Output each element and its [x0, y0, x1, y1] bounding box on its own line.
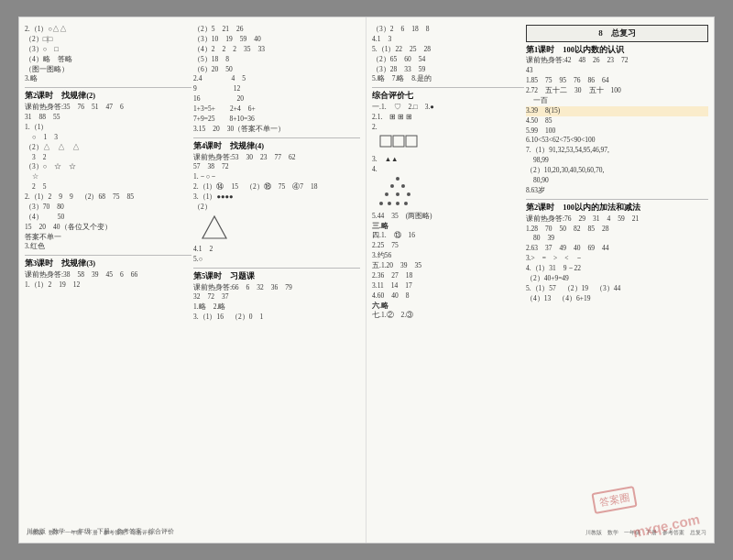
line: 课前热身答:38 58 39 45 6 66 [25, 270, 191, 280]
dot-triangle [379, 176, 524, 211]
section-title: 综合评价七 [372, 91, 524, 102]
line: 1.（1）2 19 12 [25, 280, 191, 291]
line: 课前热身答:53 30 23 77 62 [193, 153, 360, 163]
line: 一.1. ♡ 2.□ 3.● [372, 103, 524, 113]
line: 2.63 37 49 40 69 44 [526, 244, 708, 254]
divider [25, 255, 191, 256]
line: 1+3=5+ 2+4 6+ [193, 104, 360, 115]
line: （4） 50 [25, 213, 191, 223]
divider [526, 199, 708, 200]
left-col2: （2）5 21 26 （3）10 19 59 40 （4）2 2 2 35 33… [193, 25, 360, 537]
divider [372, 87, 524, 88]
line: （4）略 答略 [25, 55, 191, 65]
section-title: 第5课时 习题课 [193, 271, 360, 282]
line: 3.略 [25, 74, 191, 84]
line: （3）10 19 59 40 [193, 35, 360, 45]
line: ☆ [25, 172, 191, 182]
line: 4.1 3 [372, 35, 524, 45]
line: 7+9=25 8+10=36 [193, 115, 360, 125]
svg-point-4 [396, 177, 399, 181]
line: 一百 [526, 96, 708, 106]
line: 4.60 40 8 [372, 291, 524, 302]
line: （4）13 （4）6+19 [526, 294, 708, 304]
line: （2）□|□ [25, 35, 191, 45]
section-title: 第2课时 100以内的加法和减法 [526, 203, 708, 214]
svg-point-9 [407, 192, 410, 196]
svg-point-11 [388, 202, 391, 205]
line: （3）2 6 18 8 [372, 25, 524, 35]
line: 3.39 8(15) [526, 106, 708, 116]
line: 5.99 100 [526, 126, 708, 137]
svg-marker-0 [202, 216, 226, 238]
line: 1.28 70 50 82 85 28 [526, 225, 708, 235]
right-col2: 8 总复习 第1课时 100以内数的认识 课前热身答:42 48 26 23 7… [526, 25, 708, 537]
line: 7.（1）91,32,53,54,95,46,97, [526, 146, 708, 156]
line: 2.1. ⊞ ⊞ ⊞ [372, 113, 524, 123]
line: 4.1 2 [193, 245, 360, 255]
line: 3.（1）16 （2）0 1 [193, 313, 360, 323]
section-title: 第2课时 找规律(2) [25, 91, 191, 102]
line: 5.（1）22 25 28 [372, 45, 524, 55]
line: 4.50 85 [526, 116, 708, 126]
line: 15 20 40（各位又个变） [25, 223, 191, 233]
line: 3.15 20 30（答案不单一） [193, 125, 360, 135]
total-review-header: 8 总复习 [526, 25, 708, 42]
right-col1: （3）2 6 18 8 4.1 3 5.（1）22 25 28 （2）65 60… [372, 25, 524, 537]
line: 5.○ [193, 255, 360, 265]
line: 3.约56 [372, 251, 524, 261]
line: 4.（1）31 9－22 [526, 264, 708, 274]
line: 1.略 2.略 [193, 302, 360, 313]
grid-figure [379, 135, 524, 153]
line: 3.红色 [25, 242, 191, 252]
right-page: （3）2 6 18 8 4.1 3 5.（1）22 25 28 （2）65 60… [366, 17, 714, 544]
line: 2.（1）2 9 9 （2）68 75 85 [25, 192, 191, 203]
line: 四.1. ⑬ 16 [372, 231, 524, 241]
line: 3 2 [25, 153, 191, 163]
line: 2.36 27 18 [372, 271, 524, 281]
line: 9 12 [193, 84, 360, 94]
line: （6）20 50 [193, 65, 360, 75]
line: 2.72 五十二 30 五十 100 [526, 86, 708, 96]
line: （3）○ ☆ ☆ [25, 162, 191, 172]
divider [25, 87, 191, 88]
line: 5.略 7.略 8.是的 [372, 74, 524, 84]
line: 1.（1） [25, 123, 191, 133]
svg-rect-3 [406, 136, 417, 147]
line: （2）10,20,30,40,50,60,70, [526, 166, 708, 176]
svg-point-13 [404, 202, 408, 205]
line: （2）40+9=49 [526, 274, 708, 284]
line: 32 72 37 [193, 292, 360, 302]
divider [193, 268, 360, 269]
line: 2.4 4 5 [193, 74, 360, 84]
triangle-figure [201, 214, 360, 243]
line: ○ 1 3 [25, 133, 191, 143]
line: 2.（1）⑭ 15 （2）⑱ 75 ④7 18 [193, 182, 360, 192]
line: 答案不单一 [25, 233, 191, 243]
line: 2.（1）○△△ [25, 25, 191, 35]
line: 4. [372, 165, 524, 175]
line: （3）28 33 59 [372, 65, 524, 75]
line: 1.85 75 95 76 86 64 [526, 76, 708, 86]
svg-point-12 [396, 202, 399, 205]
line: 课前热身答:76 29 31 4 59 21 [526, 214, 708, 225]
line: 七.1.② 2.③ [372, 311, 524, 321]
line: 2 5 [25, 182, 191, 192]
line: 98,99 [526, 156, 708, 166]
svg-point-10 [379, 202, 383, 205]
divider [193, 137, 360, 138]
line: 2.25 75 [372, 241, 524, 251]
line: （2）5 21 26 [193, 25, 360, 35]
line: 6.10<53<62<75<90<100 [526, 136, 708, 146]
line: 80 39 [526, 234, 708, 244]
left-page: 2.（1）○△△ （2）□|□ （3）○ □ （4）略 答略 （图一图略） 3.… [19, 17, 366, 544]
section-title: 第3课时 找规律(3) [25, 258, 191, 269]
section-title: 第4课时 找规律(4) [193, 141, 360, 152]
line: 三.略 [372, 222, 524, 232]
line: 3.> = > < － [526, 254, 708, 264]
line: 57 38 72 [193, 162, 360, 172]
svg-point-5 [390, 184, 394, 188]
line: 五.1.20 39 35 [372, 261, 524, 271]
footer-spacer [193, 323, 360, 350]
line: 课前热身答:66 6 32 36 79 [193, 283, 360, 293]
line: 2. [372, 123, 524, 133]
